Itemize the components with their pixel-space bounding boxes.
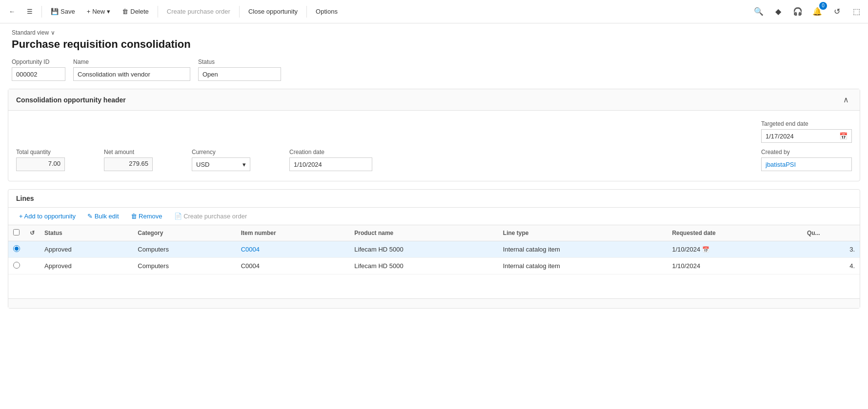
headset-icon: 🎧 [793, 7, 803, 16]
right-fields: Targeted end date 1/17/2024 📅 Created by [761, 120, 852, 171]
total-quantity-label: Total quantity [16, 149, 65, 156]
table-header: ↺ Status Category Item number Product na… [8, 225, 860, 241]
new-icon: + [87, 8, 91, 15]
cell-calendar-icon-1: 📅 [702, 246, 709, 253]
bulk-edit-button[interactable]: ✎ Bulk edit [82, 211, 123, 222]
delete-button[interactable]: 🗑 Delete [117, 5, 154, 18]
row-category-2: Computers [133, 258, 236, 274]
name-input[interactable] [73, 67, 190, 81]
hamburger-icon: ☰ [27, 8, 33, 15]
status-input[interactable] [198, 67, 281, 81]
targeted-end-date-field[interactable]: 1/17/2024 📅 [761, 129, 852, 143]
consolidation-section: Consolidation opportunity header ∧ Total… [8, 89, 860, 181]
currency-label: Currency [192, 149, 250, 156]
hamburger-button[interactable]: ☰ [22, 5, 38, 18]
metrics-row: Total quantity 7.00 Net amount 279.65 Cu… [16, 120, 852, 171]
add-to-opportunity-button[interactable]: + Add to opportunity [14, 211, 81, 222]
options-button[interactable]: Options [311, 5, 343, 18]
lines-title: Lines [16, 195, 34, 202]
row-item-number-1[interactable]: C0004 [236, 241, 350, 258]
remove-button[interactable]: 🗑 Remove [126, 211, 167, 222]
item-number-link-1: C0004 [241, 246, 260, 253]
table-row[interactable]: Approved Computers C0004 Lifecam HD 5000… [8, 241, 860, 258]
total-quantity-group: Total quantity 7.00 [16, 149, 65, 171]
row-select-cell [8, 241, 25, 258]
consolidation-section-title: Consolidation opportunity header [16, 96, 126, 104]
created-by-group: Created by [761, 149, 852, 171]
create-purchase-order-toolbar-button: Create purchase order [162, 5, 235, 18]
standard-view-selector[interactable]: Standard view ∨ [12, 29, 856, 36]
col-product-name[interactable]: Product name [349, 225, 498, 241]
create-purchase-order-lines-button: 📄 Create purchase order [169, 211, 252, 222]
targeted-end-date-label: Targeted end date [761, 120, 852, 127]
currency-select[interactable]: USD ▾ [192, 157, 250, 171]
select-all-checkbox[interactable] [13, 229, 20, 235]
refresh-icon: ↺ [834, 7, 840, 16]
row-radio-2[interactable] [13, 262, 20, 269]
creation-date-value: 1/10/2024 [294, 161, 322, 168]
create-po-label: 📄 Create purchase order [174, 213, 247, 220]
bulk-edit-label: ✎ Bulk edit [87, 213, 119, 220]
net-amount-label: Net amount [104, 149, 153, 156]
add-icon: + Add to opportunity [19, 213, 76, 220]
col-quantity[interactable]: Qu... [802, 225, 860, 241]
opportunity-id-group: Opportunity ID [12, 58, 65, 81]
row-product-name-1: Lifecam HD 5000 [349, 241, 498, 258]
col-item-number[interactable]: Item number [236, 225, 350, 241]
col-select-all [8, 225, 25, 241]
search-button[interactable]: 🔍 [751, 4, 767, 19]
toolbar-right: 🔍 ◆ 🎧 🔔 0 ↺ ⬚ [751, 4, 864, 19]
net-amount-group: Net amount 279.65 [104, 149, 153, 171]
col-requested-date[interactable]: Requested date [667, 225, 802, 241]
row-refresh-cell [25, 241, 40, 258]
total-quantity-value: 7.00 [16, 157, 65, 171]
col-status[interactable]: Status [40, 225, 133, 241]
standard-view-chevron-icon: ∨ [51, 29, 55, 36]
delete-icon: 🗑 [122, 8, 128, 15]
remove-label: 🗑 Remove [131, 213, 162, 220]
table-footer [8, 298, 860, 308]
table-row[interactable]: Approved Computers C0004 Lifecam HD 5000… [8, 258, 860, 274]
row-radio-1[interactable] [13, 245, 20, 252]
col-category[interactable]: Category [133, 225, 236, 241]
table-header-row: ↺ Status Category Item number Product na… [8, 225, 860, 241]
diamond-button[interactable]: ◆ [770, 4, 786, 19]
name-label: Name [73, 58, 190, 65]
table-wrap: ↺ Status Category Item number Product na… [8, 225, 860, 298]
row-line-type-1: Internal catalog item [498, 241, 667, 258]
creation-date-label: Creation date [289, 149, 372, 156]
close-opportunity-button[interactable]: Close opportunity [243, 5, 303, 18]
row-select-cell-2 [8, 258, 25, 274]
form-fields: Opportunity ID Name Status [0, 55, 868, 89]
refresh-button[interactable]: ↺ [829, 4, 845, 19]
new-button[interactable]: + New ▾ [82, 5, 116, 18]
lines-toolbar: + Add to opportunity ✎ Bulk edit 🗑 Remov… [8, 208, 860, 225]
search-icon: 🔍 [754, 7, 764, 16]
created-by-label: Created by [761, 149, 852, 156]
row-category-1: Computers [133, 241, 236, 258]
headset-button[interactable]: 🎧 [790, 4, 806, 19]
name-group: Name [73, 58, 190, 81]
lines-header: Lines [8, 190, 860, 208]
creation-date-field[interactable]: 1/10/2024 [289, 157, 372, 171]
col-line-type[interactable]: Line type [498, 225, 667, 241]
status-group: Status [198, 58, 281, 81]
opportunity-id-input[interactable] [12, 67, 65, 81]
date-cell-1: 1/10/2024 📅 [672, 246, 797, 253]
opportunity-id-label: Opportunity ID [12, 58, 65, 65]
table-body: Approved Computers C0004 Lifecam HD 5000… [8, 241, 860, 274]
targeted-end-date-group: Targeted end date 1/17/2024 📅 [761, 120, 852, 143]
consolidation-section-body: Total quantity 7.00 Net amount 279.65 Cu… [8, 111, 860, 181]
back-button[interactable]: ← [4, 5, 20, 18]
save-button[interactable]: 💾 Save [46, 5, 80, 18]
calendar-icon: 📅 [839, 132, 848, 140]
standard-view-label: Standard view [12, 29, 49, 36]
back-icon: ← [9, 8, 15, 15]
divider-3 [239, 6, 240, 18]
consolidation-section-header: Consolidation opportunity header ∧ [8, 89, 860, 111]
currency-chevron-icon: ▾ [242, 161, 246, 168]
collapse-button[interactable]: ∧ [840, 94, 852, 105]
open-new-window-button[interactable]: ⬚ [848, 4, 864, 19]
page-header: Standard view ∨ Purchase requisition con… [0, 23, 868, 55]
created-by-input[interactable] [761, 157, 852, 171]
